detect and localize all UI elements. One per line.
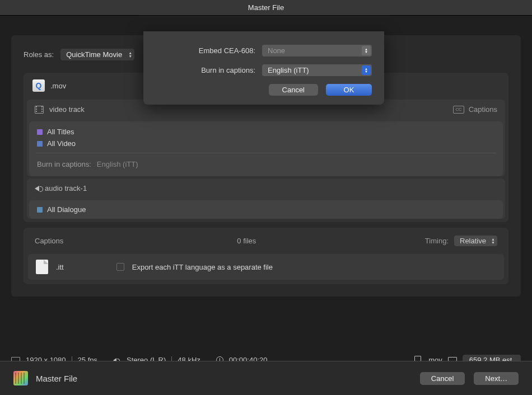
captions-file-count: 0 files — [237, 237, 256, 245]
roles-as-select-wrap: QuickTime Movie ▲▼ — [60, 49, 134, 60]
role-item-titles[interactable]: All Titles — [29, 126, 503, 138]
embed-row: Embed CEA-608: None ▲▼ — [156, 45, 372, 57]
chevron-updown-icon: ▲▼ — [362, 65, 371, 75]
audio-track-label: audio track-1 — [45, 184, 87, 192]
role-name: All Titles — [47, 128, 74, 136]
timing-select[interactable]: Relative — [454, 236, 497, 246]
main-area: Roles as: QuickTime Movie ▲▼ Q .mov vide… — [0, 16, 532, 395]
audio-roles-list: All Dialogue — [29, 200, 503, 219]
dialog-buttons: Cancel OK — [156, 84, 372, 96]
role-color-chip — [37, 207, 43, 213]
burn-captions-label: Burn in captions: — [201, 66, 255, 74]
captions-button-label[interactable]: Captions — [469, 105, 497, 114]
burn-captions-select[interactable]: English (iTT) — [262, 64, 372, 76]
container-filename: .mov — [50, 82, 66, 90]
roles-as-label: Roles as: — [24, 50, 54, 59]
itt-filename: .itt — [56, 263, 64, 271]
role-item-video[interactable]: All Video — [29, 138, 503, 149]
dialog-cancel-button[interactable]: Cancel — [269, 84, 318, 96]
embed-cea608-select[interactable]: None — [262, 45, 372, 57]
divider — [36, 153, 496, 153]
cancel-button[interactable]: Cancel — [420, 372, 465, 385]
video-roles-list: All Titles All Video Burn in captions: E… — [29, 121, 503, 176]
burn-in-label: Burn in captions: — [37, 160, 91, 168]
itt-row: .itt Export each iTT language as a separ… — [28, 254, 504, 280]
burn-in-row: Burn in captions: English (iTT) — [29, 157, 503, 172]
film-icon — [35, 106, 44, 114]
export-separate-label: Export each iTT language as a separate f… — [132, 263, 273, 271]
export-separate-checkbox[interactable] — [116, 263, 124, 271]
captions-block: Captions 0 files Timing: Relative ▲▼ .it… — [24, 228, 508, 284]
captions-header: Captions 0 files Timing: Relative ▲▼ — [26, 230, 506, 252]
role-color-chip — [37, 129, 43, 135]
footer-bar: Master File Cancel Next… — [0, 361, 532, 395]
burn-row: Burn in captions: English (iTT) ▲▼ — [156, 64, 372, 76]
captions-icon: CC — [453, 106, 464, 114]
window-title: Master File — [0, 0, 532, 16]
role-color-chip — [37, 141, 43, 147]
next-button[interactable]: Next… — [474, 372, 519, 385]
captions-label: Captions — [35, 237, 63, 245]
dialog-ok-button[interactable]: OK — [326, 84, 372, 96]
video-track-label: video track — [49, 105, 85, 114]
role-item-dialogue[interactable]: All Dialogue — [29, 204, 503, 215]
caption-dialog: Embed CEA-608: None ▲▼ Burn in captions:… — [143, 31, 384, 105]
speaker-icon — [35, 186, 39, 191]
chevron-updown-icon: ▲▼ — [362, 46, 371, 55]
roles-as-select[interactable]: QuickTime Movie — [60, 49, 134, 60]
file-icon — [36, 260, 48, 274]
embed-cea608-label: Embed CEA-608: — [199, 46, 255, 55]
quicktime-icon: Q — [32, 79, 45, 92]
audio-track-header: audio track-1 — [27, 178, 505, 198]
audio-track-box: audio track-1 All Dialogue — [27, 178, 505, 219]
role-name: All Video — [47, 139, 76, 148]
role-name: All Dialogue — [47, 205, 86, 214]
burn-in-value: English (iTT) — [97, 160, 138, 168]
master-file-icon — [13, 371, 28, 385]
video-track-box: video track CC Captions All Titles All V… — [27, 100, 505, 176]
timing-label: Timing: — [425, 237, 449, 245]
timing-group: Timing: Relative ▲▼ — [425, 236, 497, 246]
footer-title: Master File — [36, 374, 77, 383]
